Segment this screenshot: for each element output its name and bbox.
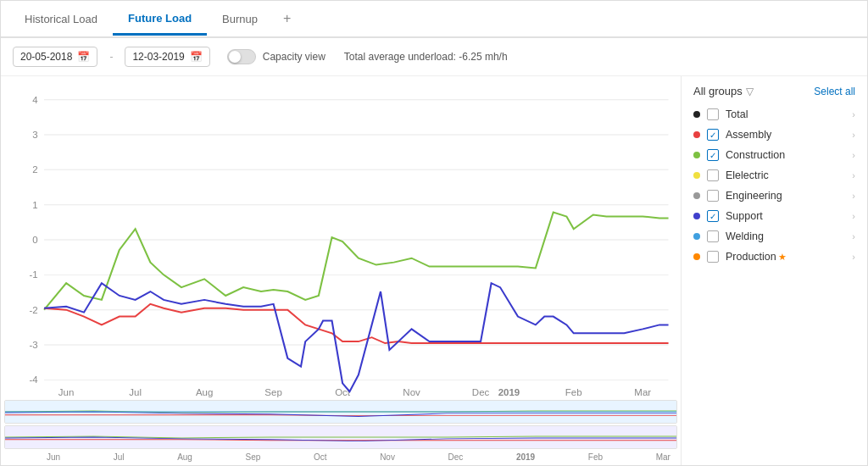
date-separator: - [109,51,113,63]
calendar-start-icon[interactable]: 📅 [77,51,90,63]
group-dot-production [693,253,700,260]
group-dot-construction [693,152,700,158]
group-name-welding: Welding [726,230,845,242]
group-dot-total [693,111,700,118]
group-name-assembly: Assembly [726,129,845,141]
capacity-toggle-group: Capacity view [227,49,326,64]
mini-label-sep: Sep [246,452,261,462]
group-name-total: Total [726,108,845,120]
svg-text:0: 0 [32,235,37,245]
group-name-engineering: Engineering [726,190,845,202]
sidebar: All groups ▽ Select all Total›✓Assembly›… [681,76,867,465]
group-checkbox-assembly[interactable]: ✓ [707,129,719,141]
group-chevron-production[interactable]: › [852,252,855,262]
all-groups-label: All groups ▽ [693,85,754,97]
chart-area: 4 3 2 1 0 -1 -2 -3 -4 Jun Jul Aug Sep Oc… [1,76,681,465]
tab-burnup[interactable]: Burnup [207,4,273,34]
group-dot-support [693,213,700,219]
mini-label-nov: Nov [380,452,395,462]
tab-add-button[interactable]: + [273,4,301,33]
svg-text:3: 3 [32,130,37,140]
group-dot-engineering [693,192,700,199]
sidebar-item-electric[interactable]: Elelectric› [682,165,867,186]
mini-label-feb: Feb [588,452,603,462]
svg-text:-1: -1 [29,270,37,280]
mini-charts [4,400,677,451]
svg-text:-2: -2 [29,305,37,315]
tab-future-load[interactable]: Future Load [113,3,207,36]
group-chevron-welding[interactable]: › [852,231,855,241]
group-dot-electric [693,172,700,179]
group-chevron-electric[interactable]: › [852,170,855,180]
svg-text:-3: -3 [29,340,37,350]
svg-text:Dec: Dec [472,387,490,397]
svg-text:2019: 2019 [498,387,520,397]
filter-icon[interactable]: ▽ [746,86,754,97]
group-list: Total›✓Assembly›✓Construction›Elelectric… [682,104,867,267]
sidebar-item-support[interactable]: ✓Support› [682,206,867,226]
tab-historical[interactable]: Historical Load [9,4,113,34]
svg-text:Feb: Feb [565,387,582,397]
group-dot-assembly [693,131,700,138]
date-end-input[interactable]: 12-03-2019 📅 [125,47,209,67]
svg-text:-4: -4 [29,375,37,386]
group-checkbox-electric[interactable] [707,169,719,181]
mini-label-aug: Aug [177,452,192,462]
main-chart-svg: 4 3 2 1 0 -1 -2 -3 -4 Jun Jul Aug Sep Oc… [4,83,677,400]
group-star-production: ★ [778,252,787,262]
svg-text:Mar: Mar [634,387,651,397]
date-start-input[interactable]: 20-05-2018 📅 [13,47,97,67]
svg-text:Jun: Jun [58,387,75,397]
toolbar: 20-05-2018 📅 - 12-03-2019 📅 Capacity vie… [1,38,867,76]
mini-chart-bottom [4,425,677,449]
sidebar-header: All groups ▽ Select all [682,85,867,104]
mini-label-dec: Dec [448,452,464,462]
sidebar-item-construction[interactable]: ✓Construction› [682,145,867,165]
mini-label-jun: Jun [47,452,60,462]
group-chevron-total[interactable]: › [852,109,855,119]
group-checkbox-support[interactable]: ✓ [707,210,719,222]
group-chevron-assembly[interactable]: › [852,130,855,140]
group-checkbox-construction[interactable]: ✓ [707,149,719,161]
sidebar-item-engineering[interactable]: Engineering› [682,186,867,206]
group-checkbox-welding[interactable] [707,230,719,242]
mini-label-2019: 2019 [516,452,535,462]
group-name-construction: Construction [726,149,845,161]
avg-underload-text: Total average underload: -6.25 mh/h [344,51,508,63]
select-all-button[interactable]: Select all [814,86,855,97]
group-name-production: Production★ [726,251,845,263]
group-dot-welding [693,233,700,240]
group-checkbox-engineering[interactable] [707,190,719,202]
svg-text:2: 2 [32,165,37,175]
group-chevron-engineering[interactable]: › [852,191,855,201]
main-chart-wrapper[interactable]: 4 3 2 1 0 -1 -2 -3 -4 Jun Jul Aug Sep Oc… [4,83,677,400]
mini-chart-top [4,400,677,424]
mini-label-mar: Mar [656,452,670,462]
svg-text:1: 1 [32,200,37,210]
sidebar-item-total[interactable]: Total› [682,104,867,125]
group-checkbox-total[interactable] [707,108,719,120]
capacity-toggle[interactable] [227,49,256,64]
date-end-value: 12-03-2019 [132,51,184,63]
date-start-value: 20-05-2018 [20,51,72,63]
sidebar-item-welding[interactable]: Welding› [682,226,867,247]
mini-label-jul: Jul [114,452,125,462]
svg-text:Sep: Sep [264,387,281,397]
group-chevron-support[interactable]: › [852,211,855,221]
group-chevron-construction[interactable]: › [852,150,855,160]
svg-text:Nov: Nov [403,387,420,397]
mini-label-oct: Oct [314,452,327,462]
toggle-thumb [229,51,241,63]
svg-text:Jul: Jul [129,387,142,397]
tabs-bar: Historical Load Future Load Burnup + [1,1,867,38]
calendar-end-icon[interactable]: 📅 [190,51,203,63]
svg-text:4: 4 [32,95,37,105]
sidebar-item-production[interactable]: Production★› [682,247,867,267]
sidebar-item-assembly[interactable]: ✓Assembly› [682,125,867,145]
app-container: Historical Load Future Load Burnup + 20-… [0,0,868,466]
group-name-support: Support [726,210,845,222]
main-content: 4 3 2 1 0 -1 -2 -3 -4 Jun Jul Aug Sep Oc… [1,76,867,465]
group-name-electric: Elelectric [726,169,845,181]
capacity-label: Capacity view [263,51,326,63]
group-checkbox-production[interactable] [707,251,719,263]
